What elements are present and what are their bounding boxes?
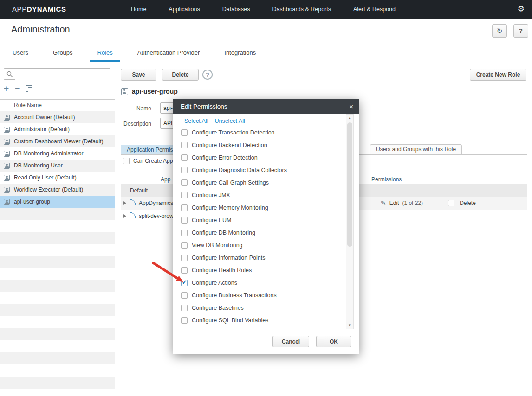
nav-item-alert-respond[interactable]: Alert & Respond <box>353 6 396 13</box>
add-role-icon[interactable]: + <box>4 84 9 93</box>
nav-item-dashboards-reports[interactable]: Dashboards & Reports <box>272 6 331 13</box>
role-name: Administrator (Default) <box>14 126 70 133</box>
role-row-read-only-user[interactable]: Read Only User (Default) <box>0 172 115 184</box>
permission-checkbox[interactable]: ✓ <box>181 305 188 311</box>
permission-checkbox[interactable]: ✓ <box>181 242 188 249</box>
expand-icon[interactable] <box>123 201 126 205</box>
permission-label: Configure JMX <box>192 192 230 198</box>
role-icon <box>4 127 10 133</box>
can-create-app-row[interactable]: ✓ Can Create App <box>123 158 173 164</box>
application-icon <box>130 199 136 207</box>
permissions-list: ✓ Configure Transaction Detection ✓ Conf… <box>179 126 332 326</box>
tab-users-groups-with-role[interactable]: Users and Groups with this Role <box>370 144 462 155</box>
save-button[interactable]: Save <box>121 69 156 81</box>
permission-item[interactable]: ✓ Configure Call Graph Settings <box>179 176 332 189</box>
modal-scrollbar[interactable]: ▲ ▼ <box>346 114 354 329</box>
scrollbar-thumb[interactable] <box>347 122 352 247</box>
permission-item[interactable]: ✓ View DB Monitoring <box>179 239 332 251</box>
permission-checkbox[interactable]: ✓ <box>181 167 188 173</box>
permission-checkbox[interactable]: ✓ <box>181 154 188 161</box>
edit-link[interactable]: Edit <box>389 200 399 206</box>
check-icon: ✓ <box>182 279 187 286</box>
delete-permission-checkbox[interactable]: ✓ <box>448 200 454 206</box>
role-name: Workflow Executor (Default) <box>14 186 83 193</box>
role-row-db-monitoring-user[interactable]: DB Monitoring User <box>0 160 115 172</box>
permission-item[interactable]: ✓ Configure Backend Detection <box>179 139 332 151</box>
tab-authentication-provider[interactable]: Authentication Provider <box>130 44 207 62</box>
permission-checkbox[interactable]: ✓ <box>181 230 188 236</box>
role-row-custom-dashboard-viewer[interactable]: Custom Dashboard Viewer (Default) <box>0 135 115 147</box>
create-new-role-button[interactable]: Create New Role <box>470 69 526 81</box>
permission-checkbox[interactable]: ✓ <box>181 204 188 211</box>
tab-users[interactable]: Users <box>5 44 36 62</box>
select-all-link[interactable]: Select All <box>184 118 208 124</box>
ok-button[interactable]: OK <box>316 336 351 347</box>
role-name-column-header: Role Name <box>14 102 42 109</box>
nav-item-home[interactable]: Home <box>131 6 146 13</box>
tab-groups[interactable]: Groups <box>45 44 80 62</box>
modal-header[interactable]: Edit Permissions × <box>173 99 359 114</box>
top-nav-items: Home Applications Databases Dashboards &… <box>131 0 396 19</box>
role-search[interactable] <box>4 68 110 80</box>
copy-role-icon[interactable] <box>26 85 32 92</box>
appdynamics-logo[interactable]: APPDYNAMICS <box>12 0 66 19</box>
can-create-label: Can Create App <box>133 158 173 164</box>
permission-item[interactable]: ✓ Configure Health Rules <box>179 264 332 276</box>
permission-item[interactable]: ✓ Configure Business Transactions <box>179 289 332 301</box>
delete-button[interactable]: Delete <box>162 69 199 81</box>
top-nav: APPDYNAMICS Home Applications Databases … <box>0 0 532 19</box>
permission-item-configure-actions[interactable]: ✓ Configure Actions <box>179 276 332 289</box>
refresh-button[interactable]: ↻ <box>492 24 507 38</box>
role-row-workflow-executor[interactable]: Workflow Executor (Default) <box>0 184 115 196</box>
close-icon[interactable]: × <box>349 103 353 110</box>
administration-screen: APPDYNAMICS Home Applications Databases … <box>0 0 532 396</box>
unselect-all-link[interactable]: Unselect All <box>214 118 245 124</box>
remove-role-icon[interactable]: − <box>15 84 20 93</box>
brand-part2: DYNAMICS <box>27 5 66 13</box>
permission-label: Configure Health Rules <box>192 267 252 274</box>
role-row-db-monitoring-administrator[interactable]: DB Monitoring Administrator <box>0 147 115 160</box>
scroll-down-icon[interactable]: ▼ <box>346 323 353 327</box>
permission-item[interactable]: ✓ Configure JMX <box>179 189 332 201</box>
permission-item[interactable]: ✓ Configure Baselines <box>179 301 332 314</box>
permission-item[interactable]: ✓ Configure Information Points <box>179 251 332 264</box>
role-name: Read Only User (Default) <box>14 174 77 181</box>
permission-item[interactable]: ✓ Configure DB Monitoring <box>179 226 332 239</box>
permission-item[interactable]: ✓ Configure Memory Monitoring <box>179 201 332 214</box>
permission-item[interactable]: ✓ Configure EUM <box>179 214 332 226</box>
delete-permission-label: Delete <box>460 200 476 206</box>
permission-item[interactable]: ✓ Configure SQL Bind Variables <box>179 314 332 326</box>
permission-checkbox[interactable]: ✓ <box>181 292 188 299</box>
gear-icon[interactable]: ⚙ <box>518 0 525 19</box>
role-row-administrator[interactable]: Administrator (Default) <box>0 123 115 135</box>
role-row-api-user-group[interactable]: api-user-group <box>0 196 115 208</box>
tab-integrations[interactable]: Integrations <box>217 44 263 62</box>
nav-item-applications[interactable]: Applications <box>169 6 200 13</box>
role-icon <box>4 151 10 157</box>
tab-roles[interactable]: Roles <box>90 44 120 62</box>
expand-icon[interactable] <box>123 214 126 218</box>
permission-checkbox[interactable]: ✓ <box>181 280 188 286</box>
permission-item[interactable]: ✓ Configure Transaction Detection <box>179 126 332 139</box>
cancel-button[interactable]: Cancel <box>272 336 309 347</box>
permission-checkbox[interactable]: ✓ <box>181 142 188 148</box>
permission-checkbox[interactable]: ✓ <box>181 179 188 186</box>
scroll-up-icon[interactable]: ▲ <box>346 116 353 120</box>
permission-checkbox[interactable]: ✓ <box>181 192 188 198</box>
toolbar-help-icon[interactable]: ? <box>202 70 213 80</box>
edit-pencil-icon[interactable]: ✎ <box>381 199 386 207</box>
permission-checkbox[interactable]: ✓ <box>181 267 188 274</box>
role-detail-title: api-user-group <box>132 88 178 95</box>
permission-checkbox[interactable]: ✓ <box>181 255 188 261</box>
permission-checkbox[interactable]: ✓ <box>181 317 188 324</box>
nav-item-databases[interactable]: Databases <box>222 6 250 13</box>
help-button[interactable]: ? <box>513 24 528 38</box>
permission-checkbox[interactable]: ✓ <box>181 129 188 136</box>
permission-item[interactable]: ✓ Configure Error Detection <box>179 151 332 164</box>
permission-item[interactable]: ✓ Configure Diagnostic Data Collectors <box>179 164 332 176</box>
permission-checkbox[interactable]: ✓ <box>181 217 188 224</box>
role-row-account-owner[interactable]: Account Owner (Default) <box>0 111 115 123</box>
can-create-checkbox[interactable]: ✓ <box>123 158 130 164</box>
search-input[interactable] <box>15 69 110 80</box>
tab-application-permissions[interactable]: Application Permis <box>121 145 179 155</box>
